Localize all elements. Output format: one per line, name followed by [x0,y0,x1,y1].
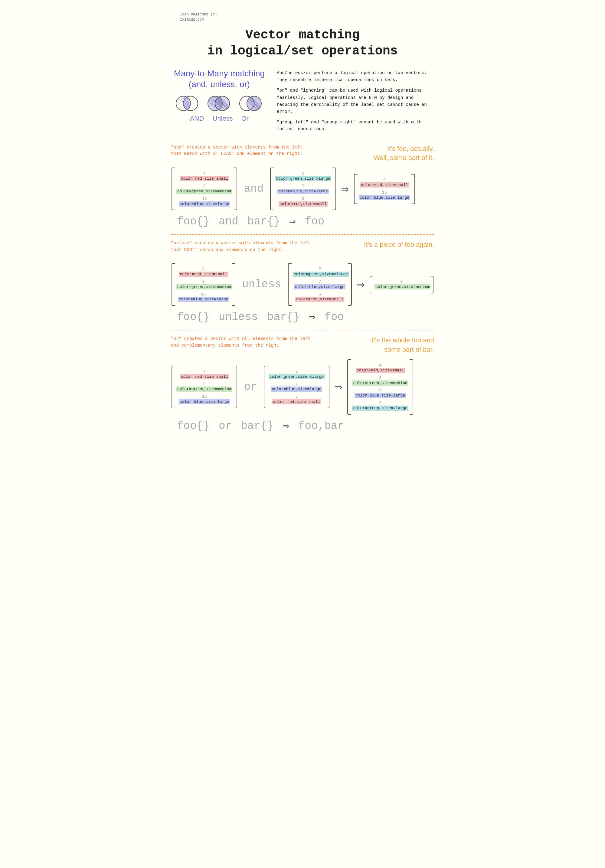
and-right-matrix: 2 color=green,size=xlarge 7 color=blue,s… [270,167,337,210]
unless-note: It's a piece of foo again. [310,240,434,250]
many-to-many-title: Many-to-Many matching(and, unless, or) [171,68,268,90]
matrix-row: 16 color=blue,size=large [176,197,232,207]
and-left-matrix: 4 color=red,size=small 8 color=green,siz… [171,167,238,210]
matrix-row: 8 color=green,size=medium [176,382,232,392]
and-operation-row: 4 color=red,size=small 8 color=green,siz… [171,167,434,210]
or-right-matrix: 2 color=green,size=xlarge 7 color=blue,s… [263,366,330,408]
intro-bullet-3: "group_left" and "group_right" cannot be… [277,119,434,133]
unless-description: "unless" creates a vector with elements … [171,240,310,253]
venn-labels: AND Unless Or [171,115,268,122]
matrix-row: 5 color=red,size=small [293,292,347,302]
or-arrow: ⇒ [335,379,342,395]
unless-formula-row: foo{} unless bar{} ⇒ foo [171,310,434,324]
and-formula-row: foo{} and bar{} ⇒ foo [171,215,434,228]
and-formula-op: and [219,215,238,228]
or-operation-row: 4 color=red,size=small 8 color=green,siz… [171,359,434,415]
intro-section: Many-to-Many matching(and, unless, or) [171,68,434,137]
unless-left-matrix: 4 color=red,size=small 8 color=green,siz… [171,263,236,306]
matrix-row: 16 color=blue,size=large [176,292,231,302]
matrix-row: 2 color=green,size=xlarge [275,171,331,181]
or-result-matrix: 4 color=red,size=small 8 color=green,siz… [347,359,414,415]
divider-2 [171,330,434,330]
venn-unless [206,95,232,112]
unless-formula-arrow: ⇒ [309,310,315,324]
unless-formula-right: bar{} [267,311,300,323]
or-formula-left: foo{} [177,420,209,432]
matrix-row: 5 color=red,size=small [275,197,331,207]
attribution: Ivan Velichko (c) iximiuz.com [180,12,217,22]
or-formula-op: or [219,420,232,432]
matrix-row: 7 color=blue,size=large [293,279,347,290]
or-left-matrix: 4 color=red,size=small 8 color=green,siz… [171,366,238,408]
matrix-row: 8 color=green,size=medium [374,279,429,290]
matrix-row: 16 color=blue,size=large [176,394,232,405]
and-operator: and [242,183,265,195]
matrix-row: 2 color=green,size=xlarge [293,267,347,277]
unless-formula-left: foo{} [177,311,209,323]
or-section: "or" creates a vector with ALL elements … [171,336,434,432]
matrix-row: 4 color=red,size=small [176,171,232,181]
matrix-row: 2 color=green,size=xlarge [352,401,408,411]
and-description-row: "and" creates a vector with elements fro… [171,144,434,163]
venn-diagrams [171,95,268,112]
or-operator: or [242,381,258,393]
and-description: "and" creates a vector with elements fro… [171,144,302,158]
venn-or [238,95,264,112]
unless-formula-op: unless [219,311,258,323]
matrix-row: 7 color=blue,size=large [268,382,324,392]
matrix-row: 8 color=green,size=medium [176,279,231,290]
and-section: "and" creates a vector with elements fro… [171,144,434,228]
unless-operator: unless [240,278,283,291]
matrix-row: 4 color=red,size=small [176,267,231,277]
unless-section: "unless" creates a vector with elements … [171,240,434,324]
or-note: It's the whole foo and some part of bar. [310,336,434,355]
and-formula-result: foo [305,215,324,228]
unless-right-matrix: 2 color=green,size=xlarge 7 color=blue,s… [287,263,352,306]
unless-operation-row: 4 color=red,size=small 8 color=green,siz… [171,263,434,306]
venn-and [175,95,200,112]
or-description-row: "or" creates a vector with ALL elements … [171,336,434,355]
unless-formula-result: foo [324,311,344,323]
matrix-row: 16 color=blue,size=large [352,388,408,398]
unless-description-row: "unless" creates a vector with elements … [171,240,434,258]
divider-1 [171,234,434,235]
unless-arrow: ⇒ [357,277,365,293]
matrix-row: 8 color=green,size=medium [176,184,232,194]
intro-bullet-2: "on" and "ignoring" can be used with log… [277,87,434,115]
and-arrow: ⇒ [341,181,349,197]
matrix-row: 16 color=blue,size=large [359,190,410,200]
main-title: Vector matching in logical/set operation… [171,24,434,59]
venn-label-or: Or [241,115,249,122]
and-result-matrix: 4 color=red,size=small 16 color=blue,siz… [353,174,416,204]
matrix-row: 8 color=green,size=medium [352,376,408,386]
or-formula-right: bar{} [241,420,273,432]
matrix-row: 4 color=red,size=small [176,369,232,380]
matrix-row: 7 color=blue,size=large [275,184,331,194]
and-note: It's foo, actually. Well, some part of i… [302,144,434,163]
venn-label-and: AND [190,115,204,122]
and-formula-arrow: ⇒ [289,215,296,228]
or-description: "or" creates a vector with ALL elements … [171,336,310,349]
and-formula-left: foo{} [177,215,209,228]
intro-bullet-1: And/unless/or perform a logical operatio… [277,70,434,84]
and-formula-right: bar{} [247,215,280,228]
or-formula-result: foo,bar [298,420,344,432]
unless-result-matrix: 8 color=green,size=medium [369,276,434,293]
matrix-row: 4 color=red,size=small [352,363,408,373]
or-formula-arrow: ⇒ [282,419,289,432]
intro-left: Many-to-Many matching(and, unless, or) [171,68,268,122]
venn-label-unless: Unless [213,115,233,122]
or-formula-row: foo{} or bar{} ⇒ foo,bar [171,419,434,432]
intro-right: And/unless/or perform a logical operatio… [277,68,434,137]
matrix-row: 4 color=red,size=small [359,178,410,188]
matrix-row: 2 color=green,size=xlarge [268,369,324,380]
matrix-row: 5 color=red,size=small [268,394,324,405]
